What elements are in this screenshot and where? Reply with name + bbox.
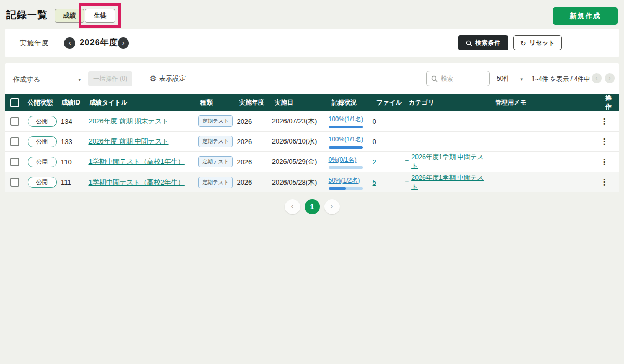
chevron-right-icon: › bbox=[331, 202, 333, 210]
fiscal-year: 2026 bbox=[237, 178, 271, 186]
year-next-button[interactable]: › bbox=[118, 37, 129, 49]
page-title: 記録一覧 bbox=[6, 8, 48, 22]
col-header-title: 成績タイトル bbox=[89, 98, 200, 107]
row-checkbox[interactable] bbox=[10, 137, 19, 146]
file-count-link[interactable]: 2 bbox=[373, 158, 376, 166]
table-toolbar: 作成する ▾ 一括操作 (0) ⚙ 表示設定 50件 ▾ 1~4件 を表示 / … bbox=[5, 63, 619, 94]
progress-bar bbox=[329, 166, 363, 169]
chevron-down-icon: ▾ bbox=[520, 76, 523, 82]
next-page-button[interactable]: › bbox=[605, 73, 615, 83]
chevron-left-icon: ‹ bbox=[596, 74, 598, 82]
display-settings-label: 表示設定 bbox=[159, 74, 186, 83]
record-status-link[interactable]: 100%(1/1名) bbox=[329, 135, 373, 144]
top-bar: 記録一覧 成績 生徒 新規作成 bbox=[0, 0, 624, 29]
category-link[interactable]: 2026年度1学期 中間テスト bbox=[411, 153, 490, 171]
type-badge: 定期テスト bbox=[198, 156, 233, 167]
gear-icon: ⚙ bbox=[150, 74, 157, 83]
file-count: 0 bbox=[373, 118, 376, 125]
search-icon bbox=[466, 40, 472, 46]
row-checkbox[interactable] bbox=[10, 178, 19, 187]
year-prev-button[interactable]: ‹ bbox=[64, 37, 75, 49]
category-link[interactable]: 2026年度1学期 中間テスト bbox=[411, 174, 490, 191]
display-settings-button[interactable]: ⚙ 表示設定 bbox=[150, 74, 186, 83]
record-title-link[interactable]: 2026年度 前期 期末テスト bbox=[88, 117, 168, 125]
record-status-link[interactable]: 100%(1/1名) bbox=[329, 115, 373, 124]
type-badge: 定期テスト bbox=[198, 177, 233, 188]
exam-date: 2026/07/23(木) bbox=[272, 116, 329, 126]
chevron-right-icon: › bbox=[122, 39, 125, 46]
table-header-row: 公開状態 成績ID 成績タイトル 種類 実施年度 実施日 記録状況 ファイル カ… bbox=[5, 94, 619, 111]
search-conditions-button[interactable]: 検索条件 bbox=[458, 35, 508, 50]
pagination: ‹ 1 › bbox=[0, 199, 624, 214]
record-title-link[interactable]: 2026年度 前期 中間テスト bbox=[88, 137, 168, 145]
type-badge: 定期テスト bbox=[198, 115, 233, 127]
current-year: 2026年度 bbox=[80, 37, 118, 48]
status-badge: 公開 bbox=[28, 116, 57, 127]
status-badge: 公開 bbox=[28, 136, 57, 147]
file-count: 0 bbox=[373, 138, 376, 146]
record-id: 111 bbox=[61, 178, 88, 186]
record-status-link[interactable]: 50%(1/2名) bbox=[329, 176, 373, 185]
exam-date: 2026/06/10(水) bbox=[272, 137, 329, 146]
table-row: 公開 134 2026年度 前期 期末テスト 定期テスト 2026 2026/0… bbox=[5, 111, 619, 132]
col-header-type: 種類 bbox=[200, 98, 239, 107]
page-size-value: 50件 bbox=[497, 74, 510, 83]
chevron-left-icon: ‹ bbox=[291, 202, 293, 210]
progress-bar bbox=[329, 146, 363, 149]
row-actions-menu[interactable]: ⋮ bbox=[597, 137, 612, 147]
col-header-category: カテゴリ bbox=[409, 98, 495, 107]
row-checkbox[interactable] bbox=[10, 117, 19, 126]
pagination-page-1[interactable]: 1 bbox=[305, 199, 320, 214]
bulk-operation-button[interactable]: 一括操作 (0) bbox=[88, 71, 132, 86]
year-label: 実施年度 bbox=[20, 38, 49, 48]
row-actions-menu[interactable]: ⋮ bbox=[597, 157, 612, 167]
col-header-files: ファイル bbox=[376, 98, 409, 107]
reset-button[interactable]: ↻ リセット bbox=[513, 35, 562, 50]
file-count-link[interactable]: 5 bbox=[373, 178, 376, 186]
record-title-link[interactable]: 1学期中間テスト（高校1年生） bbox=[88, 158, 184, 165]
col-header-date: 実施日 bbox=[275, 98, 332, 107]
record-id: 110 bbox=[61, 158, 88, 166]
search-icon bbox=[431, 75, 438, 82]
list-icon: ≡ bbox=[405, 158, 409, 166]
pagination-prev-button[interactable]: ‹ bbox=[285, 199, 300, 214]
year-selector-bar: 実施年度 ‹ 2026年度 › 検索条件 ↻ リセット bbox=[5, 29, 619, 57]
tab-students[interactable]: 生徒 bbox=[85, 9, 115, 23]
pagination-next-button[interactable]: › bbox=[324, 199, 340, 214]
mini-pager: ‹ › bbox=[592, 73, 615, 83]
table-row: 公開 110 1学期中間テスト（高校1年生） 定期テスト 2026 2026/0… bbox=[5, 152, 619, 172]
fiscal-year: 2026 bbox=[237, 118, 271, 125]
record-id: 133 bbox=[61, 138, 88, 146]
chevron-right-icon: › bbox=[609, 74, 611, 82]
chevron-left-icon: ‹ bbox=[69, 39, 71, 46]
status-badge: 公開 bbox=[28, 177, 57, 188]
row-actions-menu[interactable]: ⋮ bbox=[597, 177, 612, 187]
progress-bar bbox=[329, 187, 363, 190]
table-row: 公開 111 1学期中間テスト（高校2年生） 定期テスト 2026 2026/0… bbox=[5, 172, 619, 192]
row-checkbox[interactable] bbox=[10, 158, 19, 166]
row-actions-menu[interactable]: ⋮ bbox=[597, 116, 612, 126]
divider bbox=[56, 35, 56, 51]
col-header-record: 記録状況 bbox=[332, 98, 376, 107]
select-all-checkbox[interactable] bbox=[10, 98, 19, 107]
exam-date: 2026/05/29(金) bbox=[272, 157, 329, 166]
record-id: 134 bbox=[61, 118, 88, 125]
search-input[interactable] bbox=[441, 75, 483, 82]
list-icon: ≡ bbox=[405, 178, 409, 187]
record-title-link[interactable]: 1学期中間テスト（高校2年生） bbox=[88, 178, 184, 186]
refresh-icon: ↻ bbox=[520, 39, 526, 47]
exam-date: 2026/05/28(木) bbox=[272, 178, 329, 187]
create-new-button[interactable]: 新規作成 bbox=[553, 7, 618, 25]
col-header-actions: 操作 bbox=[603, 94, 619, 111]
bulk-action-select[interactable]: 作成する ▾ bbox=[13, 73, 81, 86]
chevron-down-icon: ▾ bbox=[78, 77, 81, 82]
prev-page-button[interactable]: ‹ bbox=[592, 73, 602, 83]
col-header-id: 成績ID bbox=[61, 98, 89, 107]
page-size-select[interactable]: 50件 ▾ bbox=[497, 73, 523, 85]
tab-grades[interactable]: 成績 bbox=[55, 9, 84, 23]
fiscal-year: 2026 bbox=[237, 138, 271, 146]
bulk-action-value: 作成する bbox=[13, 75, 41, 84]
record-status-link[interactable]: 0%(0/1名) bbox=[329, 155, 373, 164]
status-badge: 公開 bbox=[28, 157, 57, 167]
progress-bar bbox=[329, 126, 363, 128]
